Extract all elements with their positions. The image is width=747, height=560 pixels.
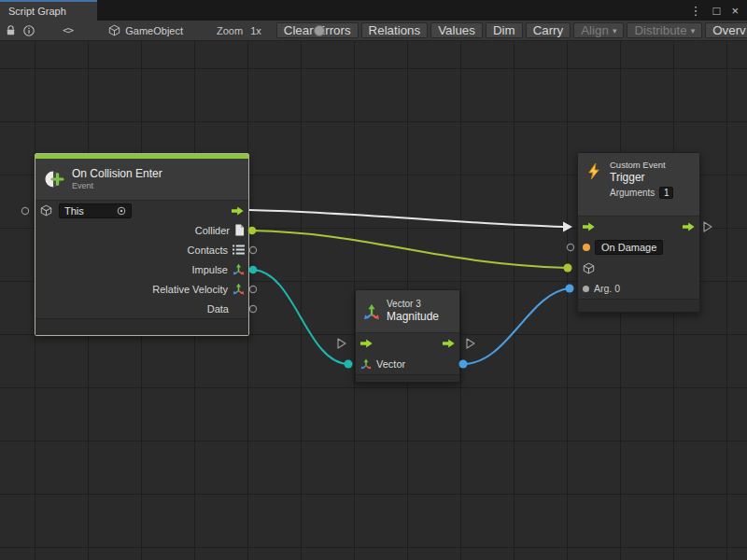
- flow-output-port[interactable]: [683, 222, 695, 231]
- info-icon[interactable]: [23, 22, 35, 39]
- window-menu-icon[interactable]: ⋮: [690, 5, 702, 17]
- node-header[interactable]: On Collision Enter Event: [35, 159, 248, 201]
- vector3-icon: [360, 358, 372, 370]
- port-row-arg0[interactable]: Arg. 0: [578, 278, 699, 299]
- port-row-target[interactable]: [578, 258, 699, 278]
- graph-target-label: GameObject: [125, 25, 183, 36]
- lightning-bolt-icon: [585, 162, 603, 180]
- zoom-label: Zoom: [217, 25, 243, 36]
- contacts-output-port[interactable]: [249, 246, 256, 253]
- arguments-label: Arguments: [610, 188, 655, 198]
- node-footer: [35, 318, 248, 335]
- port-label: Vector: [376, 358, 405, 370]
- relative-velocity-output-port[interactable]: [249, 286, 256, 292]
- object-picker-icon[interactable]: [117, 206, 126, 216]
- wire-collider-connection[interactable]: [252, 231, 568, 268]
- port-row-collider[interactable]: Collider: [35, 220, 248, 240]
- lock-icon[interactable]: [6, 22, 16, 39]
- collision-event-icon: [43, 168, 65, 190]
- target-object-field[interactable]: This: [59, 203, 132, 218]
- dim-button[interactable]: Dim: [486, 22, 523, 38]
- event-name-input-port[interactable]: [567, 244, 573, 250]
- vector3-icon: [233, 263, 245, 275]
- vector3-icon: [233, 283, 245, 295]
- flow-row: [578, 217, 699, 237]
- distribute-button[interactable]: Distribute ▾: [627, 22, 702, 38]
- flow-input-port[interactable]: [360, 339, 373, 348]
- node-header[interactable]: Vector 3 Magnitude: [356, 290, 459, 333]
- data-output-port[interactable]: [249, 305, 256, 312]
- zoom-slider-handle[interactable]: [314, 25, 325, 36]
- target-input-port[interactable]: [564, 264, 572, 273]
- graph-toolbar: <> GameObject Zoom 1x Clear Errors Relat…: [0, 21, 747, 41]
- flow-input-port[interactable]: [583, 222, 595, 231]
- vector-input-port[interactable]: [345, 360, 353, 369]
- vector-flow-in-marker[interactable]: [338, 339, 345, 348]
- argument-port[interactable]: [583, 286, 589, 292]
- arguments-count-field[interactable]: 1: [659, 187, 673, 199]
- event-name-field[interactable]: On Damage: [595, 240, 663, 255]
- align-button[interactable]: Align ▾: [573, 22, 624, 38]
- tab-script-graph[interactable]: Script Graph: [0, 0, 97, 21]
- code-view-icon[interactable]: <>: [63, 22, 73, 39]
- tab-bar: Script Graph ⋮ □ ×: [0, 0, 747, 21]
- wire-magnitude-connection[interactable]: [463, 288, 570, 364]
- custom-event-flow-out-marker[interactable]: [704, 222, 712, 231]
- node-trigger-custom-event[interactable]: Custom Event Trigger Arguments 1: [577, 152, 700, 313]
- window-controls: ⋮ □ ×: [690, 0, 747, 21]
- zoom-value: 1x: [250, 25, 261, 36]
- window-maximize-icon[interactable]: □: [713, 5, 721, 17]
- node-type-label: Vector 3: [387, 299, 439, 311]
- wire-impulse-connection[interactable]: [253, 270, 348, 364]
- node-vector3-magnitude[interactable]: Vector 3 Magnitude Vector: [355, 289, 460, 383]
- port-row-contacts[interactable]: Contacts: [35, 240, 248, 259]
- port-row-data[interactable]: Data: [35, 299, 248, 318]
- flow-output-port[interactable]: [443, 339, 455, 348]
- flow-wire-arrowhead: [563, 222, 572, 232]
- target-row: This: [35, 201, 248, 220]
- list-icon: [233, 245, 245, 255]
- values-button[interactable]: Values: [430, 22, 483, 38]
- vector3-icon: [363, 303, 380, 320]
- node-category-label: Custom Event: [610, 160, 673, 171]
- port-row-relative-velocity[interactable]: Relative Velocity: [35, 279, 248, 299]
- document-icon: [234, 224, 245, 236]
- overview-button[interactable]: Overv: [705, 22, 747, 38]
- gameobject-cube-icon: [583, 262, 595, 274]
- node-footer: [356, 374, 459, 382]
- node-footer: [578, 299, 699, 312]
- relations-button[interactable]: Relations: [361, 22, 429, 38]
- graph-target-chip[interactable]: GameObject: [108, 24, 183, 36]
- arg0-input-port[interactable]: [566, 285, 574, 293]
- gameobject-cube-icon: [40, 204, 52, 217]
- vector-flow-out-marker[interactable]: [467, 339, 474, 348]
- port-row-event-name[interactable]: On Damage: [578, 237, 699, 258]
- node-header[interactable]: Custom Event Trigger Arguments 1: [578, 153, 699, 217]
- target-object-value: This: [64, 205, 84, 217]
- node-on-collision-enter[interactable]: On Collision Enter Event This: [35, 153, 249, 336]
- coroutine-port[interactable]: [21, 207, 28, 214]
- string-port[interactable]: [583, 244, 590, 251]
- chevron-down-icon: ▾: [613, 26, 617, 35]
- node-title: On Collision Enter: [72, 167, 162, 181]
- wire-flow-connection[interactable]: [249, 210, 563, 227]
- port-row-vector[interactable]: Vector: [356, 354, 459, 374]
- node-title: Magnitude: [387, 310, 439, 324]
- chevron-down-icon: ▾: [691, 26, 696, 35]
- flow-row: [356, 333, 459, 354]
- window-close-icon[interactable]: ×: [731, 5, 739, 17]
- node-title: Trigger: [610, 171, 673, 185]
- flow-output-port[interactable]: [232, 206, 244, 216]
- port-label: Arg. 0: [594, 283, 620, 294]
- gameobject-cube-icon: [108, 24, 120, 36]
- port-row-impulse[interactable]: Impulse: [35, 259, 248, 279]
- node-subtitle: Event: [72, 181, 162, 191]
- graph-canvas[interactable]: On Collision Enter Event This: [0, 41, 747, 560]
- unity-visual-scripting-window: Script Graph ⋮ □ × <> GameObject Zoom 1x…: [0, 0, 747, 560]
- impulse-output-port[interactable]: [249, 266, 258, 274]
- tab-title: Script Graph: [8, 6, 66, 17]
- carry-button[interactable]: Carry: [526, 22, 571, 38]
